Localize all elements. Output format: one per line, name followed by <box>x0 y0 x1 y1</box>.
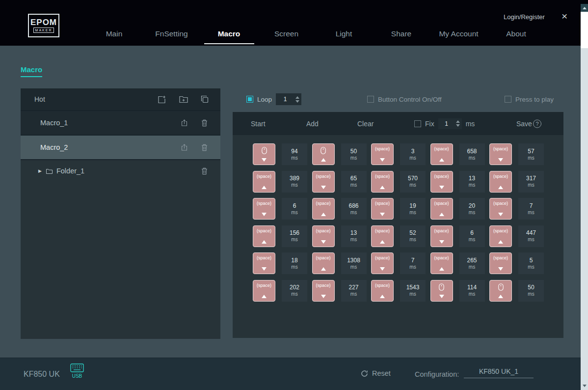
add-button[interactable]: Add <box>306 120 319 128</box>
macro-event: (space)5ms <box>489 252 549 274</box>
macro-keycap-space[interactable]: (space) <box>371 171 394 193</box>
export-macro-icon[interactable] <box>181 144 187 151</box>
macro-keycap-space[interactable]: (space) <box>430 143 453 165</box>
delay-unit: ms <box>350 237 357 242</box>
expand-caret-icon[interactable]: ▶ <box>38 168 42 173</box>
up-arrow-icon <box>262 295 267 298</box>
down-arrow-icon <box>498 213 503 216</box>
loop-checkbox[interactable] <box>246 96 253 103</box>
increment-icon[interactable] <box>295 96 299 99</box>
macro-keycap-space[interactable]: (space) <box>371 143 394 165</box>
nav-tab-screen[interactable]: Screen <box>258 29 315 44</box>
delay-unit: ms <box>409 156 416 161</box>
macro-keycap-space[interactable]: (space) <box>430 171 453 193</box>
nav-tab-my-account[interactable]: My Account <box>430 29 487 44</box>
login-register-link[interactable]: Login/Register <box>504 13 545 21</box>
close-icon[interactable]: × <box>561 11 567 21</box>
reset-button[interactable]: Reset <box>361 369 391 377</box>
macro-event: (space)389ms <box>253 171 312 193</box>
keycap-label: (space) <box>375 229 390 233</box>
nav-tab-macro[interactable]: Macro <box>200 29 258 44</box>
macro-keycap-space[interactable]: (space) <box>489 252 512 274</box>
new-macro-icon[interactable] <box>158 95 166 104</box>
macro-keycap-space[interactable]: (space) <box>371 252 394 274</box>
press-to-play-checkbox[interactable] <box>505 96 511 103</box>
event-delay: 18ms <box>282 252 307 274</box>
macro-keycap-space[interactable]: (space) <box>489 225 512 247</box>
macro-event: 94ms <box>253 143 312 165</box>
delay-unit: ms <box>469 210 475 215</box>
mouse-icon <box>498 283 504 291</box>
macro-keycap-space[interactable]: (space) <box>253 171 275 193</box>
copy-macro-icon[interactable] <box>201 95 209 103</box>
loop-count-stepper[interactable]: 1 <box>276 93 301 105</box>
delay-unit: ms <box>291 265 297 270</box>
up-arrow-icon <box>498 186 503 189</box>
save-button[interactable]: Save <box>516 120 532 128</box>
event-delay: 447ms <box>518 225 544 247</box>
delete-macro-icon[interactable] <box>201 144 208 151</box>
delay-value: 50 <box>528 284 534 290</box>
up-arrow-icon <box>439 267 444 271</box>
delay-value: 65 <box>350 175 357 181</box>
decrement-icon[interactable] <box>295 100 299 103</box>
scrollbar[interactable] <box>581 0 588 390</box>
fix-checkbox[interactable] <box>414 120 421 127</box>
fix-delay-stepper[interactable]: 1 <box>438 118 462 129</box>
macro-keycap-space[interactable]: (space) <box>312 225 335 247</box>
macro-keycap-space[interactable]: (space) <box>312 198 335 220</box>
macro-keycap-space[interactable]: (space) <box>253 252 275 274</box>
macro-list-item-macro_2[interactable]: Macro_2 <box>21 135 220 159</box>
clear-button[interactable]: Clear <box>357 120 374 128</box>
macro-keycap-space[interactable]: (space) <box>489 171 512 193</box>
delay-unit: ms <box>291 292 297 297</box>
macro-keycap-mouse[interactable] <box>312 143 335 165</box>
macro-keycap-space[interactable]: (space) <box>371 225 394 247</box>
usb-keyboard-indicator[interactable]: USB <box>70 363 84 379</box>
delete-macro-icon[interactable] <box>201 119 208 127</box>
macro-keycap-space[interactable]: (space) <box>430 252 453 274</box>
new-folder-icon[interactable] <box>179 96 188 103</box>
macro-keycap-space[interactable]: (space) <box>312 280 335 302</box>
macro-keycap-space[interactable]: (space) <box>312 252 335 274</box>
scroll-up-icon[interactable] <box>581 4 588 12</box>
fix-delay-group: Fix 1 ms <box>414 112 475 135</box>
macro-keycap-space[interactable]: (space) <box>371 280 394 302</box>
scroll-down-icon[interactable] <box>581 382 588 389</box>
nav-tab-share[interactable]: Share <box>373 29 430 44</box>
export-macro-icon[interactable] <box>181 119 187 126</box>
macro-keycap-space[interactable]: (space) <box>430 225 453 247</box>
macro-keycap-space[interactable]: (space) <box>430 198 453 220</box>
delay-value: 7 <box>530 203 533 209</box>
start-button[interactable]: Start <box>251 120 266 128</box>
macro-keycap-space[interactable]: (space) <box>253 225 275 247</box>
macro-keycap-space[interactable]: (space) <box>253 280 275 302</box>
macro-keycap-space[interactable]: (space) <box>371 198 394 220</box>
delay-unit: ms <box>350 210 357 215</box>
configuration-value[interactable]: KF850 UK_1 <box>464 367 534 378</box>
macro-keycap-mouse[interactable] <box>430 280 453 302</box>
scrollbar-thumb[interactable] <box>581 12 588 48</box>
button-control-checkbox[interactable] <box>367 96 374 103</box>
nav-tab-fnsetting[interactable]: FnSetting <box>143 29 200 44</box>
decrement-icon[interactable] <box>456 124 460 127</box>
keycap-label: (space) <box>316 256 330 260</box>
macro-keycap-mouse[interactable] <box>253 143 275 165</box>
macro-list-item-folder_1[interactable]: ▶Folder_1 <box>21 159 220 182</box>
macro-keycap-space[interactable]: (space) <box>489 198 512 220</box>
macro-keycap-space[interactable]: (space) <box>253 198 275 220</box>
event-delay: 570ms <box>400 171 426 193</box>
increment-icon[interactable] <box>456 120 460 123</box>
delete-macro-icon[interactable] <box>201 167 208 175</box>
nav-tab-main[interactable]: Main <box>85 29 143 44</box>
macro-keycap-space[interactable]: (space) <box>312 171 335 193</box>
macro-keycap-space[interactable]: (space) <box>489 143 512 165</box>
macro-event: (space)1543ms <box>371 280 430 302</box>
nav-tab-light[interactable]: Light <box>315 29 373 44</box>
macro-item-label: Macro_2 <box>40 143 68 151</box>
macro-list-item-macro_1[interactable]: Macro_1 <box>21 110 220 135</box>
macro-keycap-mouse[interactable] <box>489 280 512 302</box>
help-icon[interactable]: ? <box>533 119 541 128</box>
nav-tab-about[interactable]: About <box>487 29 545 44</box>
delay-unit: ms <box>350 265 357 270</box>
